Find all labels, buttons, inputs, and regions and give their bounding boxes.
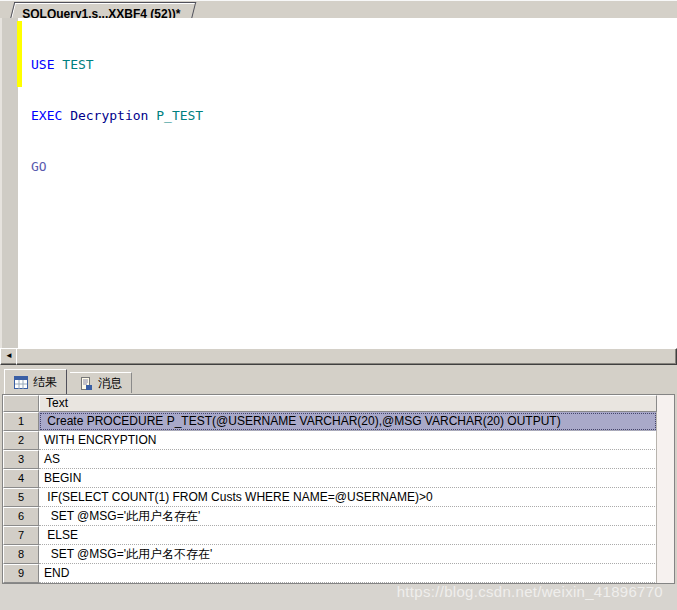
code-line: GO <box>31 158 203 175</box>
row-number[interactable]: 8 <box>3 545 39 564</box>
table-row[interactable]: 9 END <box>3 564 674 583</box>
column-header-text[interactable]: Text <box>39 395 657 412</box>
row-number[interactable]: 1 <box>3 412 39 431</box>
table-row[interactable]: 7 ELSE <box>3 526 674 545</box>
row-cell-text[interactable]: WITH ENCRYPTION <box>39 431 657 450</box>
row-cell-text[interactable]: BEGIN <box>39 469 657 488</box>
row-cell-text[interactable]: SET @MSG='此用户名不存在' <box>39 545 657 564</box>
code-line: USE TEST <box>31 56 203 73</box>
row-number[interactable]: 6 <box>3 507 39 526</box>
sql-keyword: EXEC <box>31 108 70 123</box>
row-cell-text[interactable]: Create PROCEDURE P_TEST(@USERNAME VARCHA… <box>39 412 657 431</box>
grid-corner-cell[interactable] <box>3 395 39 412</box>
row-number[interactable]: 9 <box>3 564 39 583</box>
row-cell-text[interactable]: IF(SELECT COUNT(1) FROM Custs WHERE NAME… <box>39 488 657 507</box>
table-row[interactable]: 5 IF(SELECT COUNT(1) FROM Custs WHERE NA… <box>3 488 674 507</box>
row-number[interactable]: 4 <box>3 469 39 488</box>
row-number[interactable]: 3 <box>3 450 39 469</box>
results-grid: Text 1 Create PROCEDURE P_TEST(@USERNAME… <box>2 394 675 584</box>
row-number[interactable]: 7 <box>3 526 39 545</box>
table-row[interactable]: 4 BEGIN <box>3 469 674 488</box>
row-number[interactable]: 2 <box>3 431 39 450</box>
messages-icon <box>79 377 93 390</box>
watermark-text: https://blog.csdn.net/weixin_41896770 <box>397 583 663 600</box>
table-row[interactable]: 3 AS <box>3 450 674 469</box>
sql-keyword: USE <box>31 57 62 72</box>
code-line: EXEC Decryption P_TEST <box>31 107 203 124</box>
sql-batch-separator: GO <box>31 159 47 174</box>
results-tabstrip: 结果 消息 <box>0 368 677 394</box>
scroll-left-arrow-icon: ◄ <box>5 351 13 360</box>
table-row[interactable]: 6 SET @MSG='此用户名存在' <box>3 507 674 526</box>
change-tracking-bar <box>17 21 22 87</box>
sql-proc-name: Decryption <box>70 108 156 123</box>
sql-object-name: TEST <box>62 57 93 72</box>
ssms-window: SQLQuery1.s...XXBF4 (52))* USE TEST EXEC… <box>0 0 677 610</box>
tab-results[interactable]: 结果 <box>4 369 67 394</box>
row-cell-text[interactable]: SET @MSG='此用户名存在' <box>39 507 657 526</box>
table-row[interactable]: 2 WITH ENCRYPTION <box>3 431 674 450</box>
row-cell-text[interactable]: AS <box>39 450 657 469</box>
sql-editor[interactable]: USE TEST EXEC Decryption P_TEST GO <box>0 18 677 349</box>
table-row[interactable]: 8 SET @MSG='此用户名不存在' <box>3 545 674 564</box>
scrollbar-thumb[interactable] <box>16 348 677 365</box>
row-number[interactable]: 5 <box>3 488 39 507</box>
results-grid-icon <box>14 376 28 389</box>
document-tabstrip: SQLQuery1.s...XXBF4 (52))* <box>0 0 677 19</box>
editor-hscrollbar[interactable]: ◄ <box>0 348 677 363</box>
tab-messages[interactable]: 消息 <box>70 372 132 393</box>
tab-messages-label: 消息 <box>98 375 122 392</box>
code-area: USE TEST EXEC Decryption P_TEST GO <box>31 22 203 209</box>
row-cell-text[interactable]: END <box>39 564 657 583</box>
table-row[interactable]: 1 Create PROCEDURE P_TEST(@USERNAME VARC… <box>3 412 674 431</box>
sql-object-name: P_TEST <box>156 108 203 123</box>
tab-results-label: 结果 <box>33 374 57 391</box>
grid-header-row: Text <box>3 395 674 412</box>
selection-margin <box>0 18 18 348</box>
row-cell-text[interactable]: ELSE <box>39 526 657 545</box>
